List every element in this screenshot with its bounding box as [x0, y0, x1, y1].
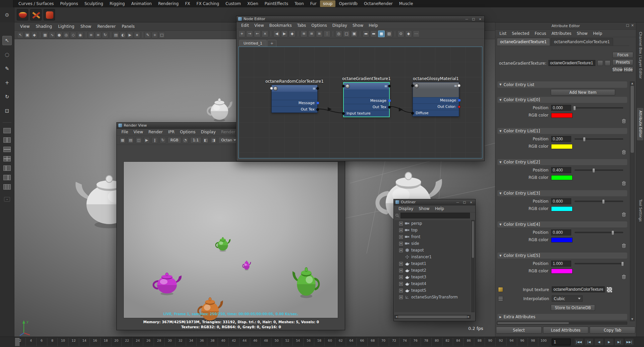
slider-handle[interactable] — [611, 230, 614, 235]
output-port[interactable] — [316, 87, 319, 90]
slider-handle[interactable] — [573, 106, 576, 111]
node-header[interactable]: ≡ — [413, 82, 459, 89]
shelf-spice-box-icon[interactable] — [44, 9, 55, 20]
output-port[interactable] — [388, 85, 391, 87]
menu-fur[interactable]: Fur — [307, 0, 320, 7]
outliner-titlebar[interactable]: Outliner — □ × — [394, 199, 475, 205]
attribute-editor-menu-show[interactable]: Show — [574, 30, 590, 37]
close-icon[interactable]: × — [469, 201, 474, 204]
panel-menu-lighting[interactable]: Lighting — [55, 23, 77, 30]
shelf-soup-bowl-icon[interactable] — [17, 9, 28, 20]
panel-menu-show[interactable]: Show — [77, 23, 94, 30]
toolbox-collapse-button[interactable]: - — [4, 197, 10, 202]
node-attr-row[interactable]: Input texture — [344, 110, 389, 117]
node-octanegradienttexture1[interactable]: ≡MessageOut TexInput texture — [343, 82, 390, 117]
outliner-item-front[interactable]: +front — [394, 233, 471, 240]
layout-preset-5-icon[interactable] — [3, 165, 11, 171]
position-slider[interactable] — [575, 107, 623, 109]
output-port[interactable] — [317, 102, 319, 104]
position-slider[interactable] — [575, 263, 623, 264]
position-slider[interactable] — [575, 169, 623, 171]
input-port[interactable] — [270, 87, 273, 90]
position-field[interactable] — [551, 229, 571, 235]
snap-to-point-icon[interactable]: ● — [56, 32, 62, 38]
outliner-item-persp[interactable]: +persp — [394, 220, 471, 227]
color-swatch[interactable] — [551, 175, 573, 180]
render-settings-icon[interactable]: ∗ — [134, 32, 140, 38]
render-view-menu-ipr[interactable]: IPR — [165, 129, 177, 135]
hide-button[interactable]: Hide — [623, 67, 633, 73]
outliner-item-teapot2[interactable]: +teapot2 — [394, 267, 471, 274]
outliner-item-teapot5[interactable]: +teapot5 — [394, 287, 471, 294]
input-connections-icon[interactable]: ≡ — [88, 32, 94, 38]
tab-octanerandomcolortexture1[interactable]: octaneRandomColorTexture1 — [551, 38, 613, 46]
outliner-menu-show[interactable]: Show — [416, 206, 432, 212]
node-attr-row[interactable]: Message — [344, 97, 389, 104]
scrollbar-thumb[interactable] — [398, 316, 467, 318]
close-panel-icon[interactable]: × — [631, 23, 634, 27]
color-entry-header[interactable]: ▼Color Entry List[1] — [497, 128, 627, 134]
maximize-icon[interactable]: □ — [462, 201, 467, 204]
snap-to-curve-icon[interactable]: ∿ — [49, 32, 55, 38]
menu-polygons[interactable]: Polygons — [57, 0, 81, 7]
panel-tab-attribute-editor[interactable]: Attribute Editor — [637, 108, 643, 140]
outliner-search-input[interactable] — [400, 213, 470, 218]
node-attr-row[interactable]: Diffuse — [413, 110, 459, 116]
menu-openvdb[interactable]: OpenVdb — [336, 0, 361, 7]
make-live-icon[interactable]: ◉ — [77, 32, 84, 38]
delete-entry-icon[interactable] — [622, 243, 627, 248]
step-forward-frame-button[interactable]: ▶| — [614, 338, 624, 346]
go-to-end-button[interactable]: ▶▶| — [625, 338, 634, 346]
open-render-view-icon[interactable]: ▤ — [113, 32, 119, 38]
input-port[interactable] — [342, 85, 345, 87]
outliner-item-teapot4[interactable]: +teapot4 — [394, 280, 471, 287]
shelf-gear-icon[interactable]: ⚙ — [0, 7, 14, 22]
show-button[interactable]: Show — [612, 67, 623, 73]
delete-entry-icon[interactable] — [622, 149, 627, 154]
slider-handle[interactable] — [621, 262, 624, 266]
snap-to-view-plane-icon[interactable]: ◇ — [70, 32, 76, 38]
layout-preset-2-icon[interactable] — [3, 137, 11, 143]
layout-preset-7-icon[interactable] — [3, 184, 11, 190]
snap-to-grid-icon[interactable]: ▦ — [42, 32, 48, 38]
render-view-menu-options[interactable]: Options — [177, 129, 198, 135]
node-attr-row[interactable]: Message — [272, 100, 317, 106]
expand-icon[interactable]: + — [399, 262, 403, 266]
color-entry-header[interactable]: ▼Color Entry List[4] — [497, 221, 627, 227]
color-swatch[interactable] — [551, 206, 573, 211]
remove-image-icon[interactable]: ◨ — [210, 137, 217, 143]
add-new-item-button[interactable]: Add New Item — [551, 89, 615, 95]
paint-effects-panel-icon[interactable]: ✎ — [145, 32, 151, 38]
color-swatch[interactable] — [551, 237, 573, 242]
menu-fx-caching[interactable]: FX Caching — [194, 0, 222, 7]
output-port[interactable] — [458, 99, 461, 101]
node-name-field[interactable] — [548, 60, 595, 66]
render-view-menu-render[interactable]: Render — [146, 129, 166, 135]
layout-preset-1-icon[interactable] — [3, 128, 11, 133]
position-field[interactable] — [551, 136, 571, 142]
node-octaneglossymaterial1[interactable]: ≡MessageOut Color:Diffuse — [413, 82, 459, 117]
scroll-up-icon[interactable]: ▲ — [630, 82, 634, 85]
scrollbar-thumb[interactable] — [472, 221, 474, 258]
map-input-button[interactable] — [606, 287, 612, 293]
outliner-item-octanesunskytransform[interactable]: +octaneSunSkyTransform — [394, 294, 471, 300]
outliner-item-teapot[interactable]: +teapot — [394, 247, 471, 254]
slider-handle[interactable] — [602, 199, 605, 204]
extra-attributes-section[interactable]: ▶ Extra Attributes — [497, 314, 627, 320]
position-slider[interactable] — [575, 201, 623, 202]
layout-preset-4-icon[interactable] — [3, 156, 11, 161]
ipr-render-icon[interactable]: ▶ — [144, 137, 150, 143]
menu-rigging[interactable]: Rigging — [107, 0, 128, 7]
shelf-chopsticks-icon[interactable] — [30, 9, 42, 20]
position-field[interactable] — [551, 167, 571, 173]
panel-menu-renderer[interactable]: Renderer — [94, 23, 119, 30]
keep-image-icon[interactable]: ◧ — [202, 137, 209, 143]
attribute-editor-menu-help[interactable]: Help — [590, 30, 605, 37]
delete-entry-icon[interactable] — [622, 212, 627, 217]
color-swatch[interactable] — [551, 113, 573, 118]
display-channel-icon[interactable]: ◔ — [182, 137, 189, 143]
node-attr-row[interactable]: Message — [413, 97, 459, 103]
node-menu-icon[interactable]: ≡ — [313, 87, 316, 90]
lasso-select-tool[interactable]: ◌ — [2, 50, 12, 59]
selection-mask-hierarchy-icon[interactable]: ↖ — [17, 32, 23, 38]
